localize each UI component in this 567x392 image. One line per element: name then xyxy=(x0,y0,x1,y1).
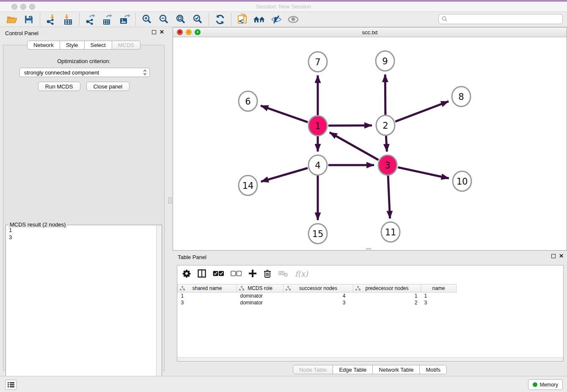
graph-node-7[interactable]: 7 xyxy=(308,52,327,72)
vertical-splitter[interactable] xyxy=(168,27,173,376)
hide-panel-icon[interactable] xyxy=(268,12,285,27)
graph-node-2[interactable]: 2 xyxy=(376,116,395,135)
cell-predecessor-nodes[interactable]: 1 xyxy=(353,293,421,299)
cell-name[interactable]: 3 xyxy=(421,299,457,306)
select-all-icon[interactable] xyxy=(213,271,224,276)
cell-successor-nodes[interactable]: 4 xyxy=(284,293,353,299)
zoom-selected-icon[interactable] xyxy=(189,12,206,27)
open-session-icon[interactable] xyxy=(3,12,20,27)
search-input[interactable] xyxy=(448,16,562,22)
graph-edge-4-14[interactable] xyxy=(261,168,308,182)
task-history-button[interactable] xyxy=(5,380,17,390)
save-session-icon[interactable] xyxy=(20,12,37,27)
cell-mcds-role[interactable]: dominator xyxy=(237,293,284,299)
import-network-icon[interactable] xyxy=(43,12,60,27)
zoom-fit-icon[interactable] xyxy=(172,12,189,27)
mcds-result-line: 1 xyxy=(9,226,156,234)
cell-mcds-role[interactable]: dominator xyxy=(237,299,284,306)
tab-select[interactable]: Select xyxy=(85,41,112,50)
graph-edge-1-2[interactable] xyxy=(328,125,372,126)
cell-predecessor-nodes[interactable]: 2 xyxy=(353,299,421,306)
float-table-panel-icon[interactable] xyxy=(551,254,556,258)
graph-node-1[interactable]: 1 xyxy=(308,116,327,136)
tab-motifs[interactable]: Motifs xyxy=(420,365,447,374)
tab-mcds[interactable]: MCDS xyxy=(112,41,140,50)
graph-node-9[interactable]: 9 xyxy=(376,51,394,71)
graph-node-label: 9 xyxy=(382,56,388,66)
column-header-predecessor-nodes[interactable]: predecessor nodes xyxy=(353,284,421,293)
tab-node-table[interactable]: Node Table xyxy=(293,365,333,374)
columns-icon[interactable] xyxy=(198,269,206,278)
cell-successor-nodes[interactable]: 3 xyxy=(284,299,353,306)
show-panel-icon[interactable] xyxy=(285,12,302,27)
graph-node-8[interactable]: 8 xyxy=(452,87,471,107)
mcds-result-scrollbar[interactable] xyxy=(156,225,162,385)
search-box[interactable] xyxy=(438,14,563,24)
column-type-icon xyxy=(180,286,185,292)
graph-node-14[interactable]: 14 xyxy=(239,176,257,196)
graph-node-10[interactable]: 10 xyxy=(453,171,471,191)
network-graph-canvas[interactable]: 7968124314101511 xyxy=(173,37,567,250)
graph-edge-3-1[interactable] xyxy=(330,133,378,160)
graph-edge-3-11[interactable] xyxy=(388,176,390,218)
apply-layout-icon[interactable] xyxy=(212,12,228,27)
mcds-result-text[interactable]: 1 3 xyxy=(6,225,156,385)
table-row[interactable]: 1 dominator 4 1 1 xyxy=(178,293,457,299)
delete-icon[interactable] xyxy=(264,269,271,278)
toolbar-separator xyxy=(209,13,209,26)
splitter-handle[interactable] xyxy=(168,197,172,204)
tab-network-table[interactable]: Network Table xyxy=(373,365,420,374)
graph-edge-1-6[interactable] xyxy=(261,106,308,122)
graph-edge-2-9[interactable] xyxy=(385,75,385,115)
toolbar-separator xyxy=(79,13,80,26)
column-header-name[interactable]: name xyxy=(421,284,457,293)
memory-button[interactable]: Memory xyxy=(528,379,563,390)
table-horizontal-scrollbar[interactable] xyxy=(177,357,563,361)
criterion-value: strongly connected component xyxy=(24,69,99,76)
graph-edge-3-10[interactable] xyxy=(398,167,449,178)
graph-node-3[interactable]: 3 xyxy=(378,155,397,175)
column-header-shared-name[interactable]: shared name xyxy=(178,284,237,293)
home-icon[interactable] xyxy=(251,12,268,27)
run-mcds-button[interactable]: Run MCDS xyxy=(38,82,80,91)
graph-node-4[interactable]: 4 xyxy=(308,155,327,175)
graph-edge-2-3[interactable] xyxy=(386,136,387,152)
float-panel-icon[interactable] xyxy=(152,30,156,34)
close-panel-icon[interactable]: ✕ xyxy=(160,30,164,34)
mcds-result-line: 3 xyxy=(9,234,156,241)
tab-style[interactable]: Style xyxy=(60,41,85,50)
close-table-panel-icon[interactable]: ✕ xyxy=(559,254,564,258)
export-image-icon[interactable] xyxy=(116,12,133,27)
table-row[interactable]: 3 dominator 3 2 3 xyxy=(178,299,457,306)
tab-edge-table[interactable]: Edge Table xyxy=(333,365,373,374)
column-header-successor-nodes[interactable]: successor nodes xyxy=(284,284,353,293)
network-file-icon[interactable] xyxy=(234,12,251,27)
zoom-out-icon[interactable] xyxy=(155,12,172,27)
graph-node-label: 7 xyxy=(315,57,320,67)
table-header-row: shared name MCDS role successor nodes pr… xyxy=(178,284,457,293)
graph-node-label: 2 xyxy=(383,121,388,131)
export-table-icon[interactable] xyxy=(99,12,116,27)
optimization-criterion-label: Optimization criterion: xyxy=(3,58,164,64)
deselect-all-icon[interactable] xyxy=(231,271,242,276)
add-icon[interactable] xyxy=(248,269,257,278)
tab-network[interactable]: Network xyxy=(27,41,60,50)
graph-node-11[interactable]: 11 xyxy=(381,222,400,242)
graph-node-label: 4 xyxy=(315,160,320,171)
gear-icon[interactable] xyxy=(182,269,191,278)
graph-edge-2-8[interactable] xyxy=(395,101,449,121)
status-bar: Memory xyxy=(0,376,567,392)
mcds-panel-body: Optimization criterion: strongly connect… xyxy=(3,45,165,371)
criterion-dropdown[interactable]: strongly connected component xyxy=(19,68,150,77)
memory-label: Memory xyxy=(540,382,558,388)
graph-node-6[interactable]: 6 xyxy=(239,91,257,111)
cell-shared-name[interactable]: 1 xyxy=(178,293,237,299)
graph-node-15[interactable]: 15 xyxy=(308,224,327,244)
cell-shared-name[interactable]: 3 xyxy=(178,299,237,306)
close-panel-button[interactable]: Close panel xyxy=(86,82,130,91)
cell-name[interactable]: 1 xyxy=(421,293,457,299)
import-table-icon[interactable] xyxy=(60,12,77,27)
export-network-icon[interactable] xyxy=(82,12,99,27)
zoom-in-icon[interactable] xyxy=(138,12,155,27)
column-header-mcds-role[interactable]: MCDS role xyxy=(237,284,284,293)
